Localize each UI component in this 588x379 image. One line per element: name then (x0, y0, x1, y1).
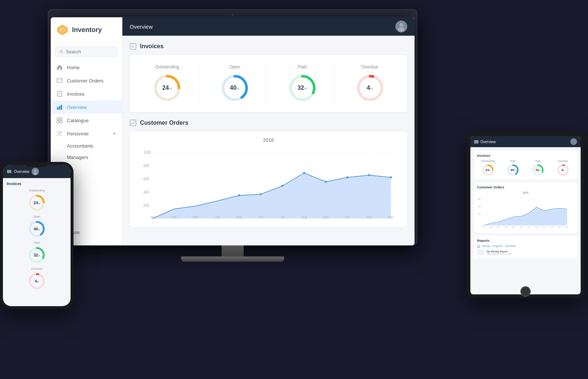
sidebar-logo: Inventory (51, 17, 122, 43)
svg-text:Mar: Mar (497, 226, 500, 228)
svg-point-51 (368, 174, 370, 176)
phone-outstanding-value: 24% (33, 201, 40, 205)
catalogue-icon (57, 117, 62, 123)
svg-point-48 (303, 172, 305, 174)
invoice-card-overdue: Overdue 4% (338, 61, 401, 106)
content-area: Invoices Outstanding 24% (122, 36, 415, 245)
outstanding-donut: 24% (153, 73, 182, 103)
report-info: My Weekly Report Last opened May 3, 2018 (487, 250, 512, 255)
tablet-inv-overdue: Overdue 4% (552, 160, 574, 177)
svg-text:200: 200 (478, 213, 481, 215)
avatar (395, 21, 407, 32)
phone-open-label: Open (33, 215, 40, 218)
svg-text:Feb: Feb (171, 215, 177, 219)
tablet-screen: Overview Invoices Outstanding (470, 136, 581, 294)
outstanding-label: Outstanding (155, 64, 179, 70)
svg-point-45 (238, 194, 240, 196)
monitor-neck (222, 245, 244, 256)
open-donut: 40% (220, 73, 250, 103)
svg-rect-10 (57, 107, 58, 110)
sidebar-item-catalogue[interactable]: Catalogue (51, 114, 122, 127)
svg-text:Dec: Dec (566, 226, 569, 228)
svg-text:Apr: Apr (215, 215, 220, 219)
user-avatar (395, 21, 407, 32)
reports-tab-all[interactable]: All (477, 245, 480, 248)
phone-avatar (32, 168, 39, 175)
chevron-up-icon (112, 132, 116, 135)
open-label: Open (229, 64, 240, 70)
svg-rect-14 (60, 118, 62, 120)
sidebar-item-overview[interactable]: Overview (51, 100, 122, 114)
svg-text:400: 400 (478, 206, 481, 208)
search-input[interactable] (66, 49, 114, 54)
tablet-inv-outstanding: Outstanding 24% (477, 160, 499, 177)
tablet-orders-title: Customer Orders (477, 185, 574, 189)
invoice-card-paid: Paid 32% (271, 61, 334, 106)
catalogue-label: Catalogue (67, 118, 89, 123)
tablet-invoice-row: Outstanding 24% Open (477, 160, 574, 177)
search-box[interactable] (55, 46, 118, 57)
overview-icon (57, 104, 62, 110)
tablet-open-value: 40% (510, 168, 516, 172)
tablet-device: Overview Invoices Outstanding (467, 132, 584, 298)
invoice-card-outstanding: Outstanding 24% (136, 61, 199, 106)
svg-rect-34 (130, 120, 136, 126)
outstanding-value: 24% (162, 85, 172, 91)
sidebar-item-home[interactable]: Home (51, 61, 122, 74)
phone-overdue-label: Overdue (31, 267, 43, 270)
reports-tab-annual[interactable]: Annual (482, 245, 490, 248)
tablet-overdue-donut: 4% (556, 163, 570, 177)
phone-invoices-title: Invoices (7, 182, 67, 186)
paid-label: Paid (298, 64, 306, 70)
phone-device: Overview Invoices Outstanding (0, 162, 74, 309)
svg-text:Jan: Jan (150, 215, 155, 219)
subnav-managers[interactable]: Managers (51, 152, 122, 163)
invoice-card-open: Open 40% (203, 61, 266, 106)
sidebar-item-invoices[interactable]: Invoices (51, 87, 122, 100)
tablet-overdue-value: 4% (561, 168, 564, 172)
sidebar-item-personnel[interactable]: Personnel (51, 127, 122, 140)
customer-orders-label: Customer Orders (67, 78, 104, 84)
svg-text:Nov: Nov (558, 226, 561, 228)
svg-point-21 (398, 27, 405, 32)
subnav-accountants[interactable]: Accountants (51, 140, 122, 152)
tablet-outstanding-value: 24% (485, 168, 491, 172)
svg-text:Aug: Aug (301, 215, 307, 219)
svg-text:200: 200 (143, 203, 149, 208)
report-file-icon (477, 250, 484, 255)
monitor-bezel: Inventory Home (48, 9, 417, 245)
report-name: My Weekly Report (487, 250, 512, 253)
tablet-customer-orders: Customer Orders 2018 600 400 200 Jan Feb (474, 183, 577, 233)
phone-overdue-donut: 4% (28, 272, 46, 290)
invoices-title: Invoices (140, 43, 164, 50)
tablet-open-label: Open (510, 160, 516, 162)
svg-text:Oct: Oct (551, 226, 553, 228)
tablet-home-button[interactable] (520, 286, 531, 297)
svg-text:Sep: Sep (543, 226, 546, 228)
reports-tab-technical[interactable]: Technical (505, 245, 516, 248)
sidebar-item-customer-orders[interactable]: Customer Orders (51, 74, 122, 87)
tablet-title: Overview (480, 140, 496, 144)
phone-paid-value: 32% (33, 253, 40, 257)
chart-year: 2018 (136, 137, 401, 143)
phone-overdue: Overdue 4% (7, 267, 67, 290)
phone-open-value: 40% (33, 227, 40, 231)
tablet-invoices-title: Invoices (477, 154, 574, 157)
svg-point-17 (58, 131, 60, 134)
overdue-donut: 4% (355, 73, 385, 103)
app-name: Inventory (72, 26, 102, 34)
svg-text:Mar: Mar (193, 215, 198, 219)
logo-icon (57, 24, 68, 36)
monitor-screen: Inventory Home (51, 17, 415, 245)
svg-text:Jul: Jul (280, 215, 284, 219)
tablet-inv-paid: Paid 32% (527, 160, 549, 177)
svg-text:800: 800 (143, 164, 149, 168)
page-title: Overview (130, 24, 153, 30)
tablet-reports-title: Reports (477, 239, 574, 242)
customer-orders-section-header: Customer Orders (130, 120, 407, 126)
svg-text:Dec: Dec (388, 215, 394, 219)
customer-orders-chart: 2018 1000 800 600 400 200 (130, 131, 407, 227)
svg-text:Nov: Nov (366, 215, 372, 219)
reports-tab-progress[interactable]: Progress (492, 245, 503, 248)
main-content: Overview (122, 17, 415, 245)
